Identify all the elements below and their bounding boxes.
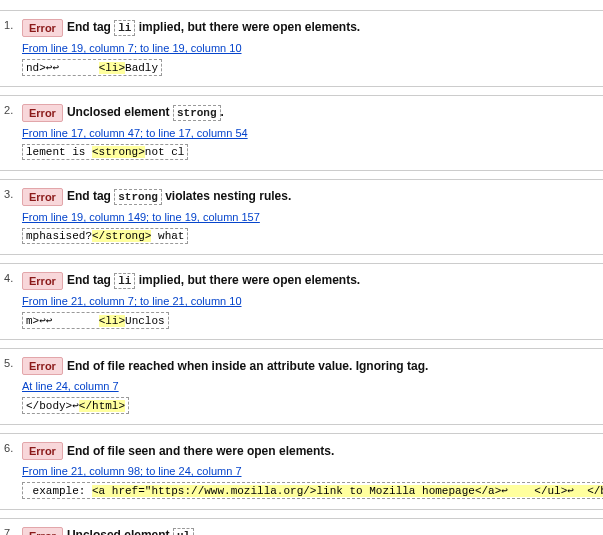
location-link[interactable]: From line 21, column 7; to line 21, colu… <box>22 295 242 307</box>
error-message: Unclosed element strong. <box>67 105 224 121</box>
error-message: End of file seen and there were open ele… <box>67 444 334 458</box>
code-extract: example: <a href="https://www.mozilla.or… <box>22 482 603 499</box>
error-badge: Error <box>22 272 63 290</box>
error-message: End tag li implied, but there were open … <box>67 273 360 289</box>
error-message: End of file reached when inside an attri… <box>67 359 428 373</box>
error-location: From line 21, column 7; to line 21, colu… <box>22 294 595 308</box>
error-item: Error End of file reached when inside an… <box>0 348 603 425</box>
error-header: Error Unclosed element ul. <box>22 527 595 535</box>
error-badge: Error <box>22 188 63 206</box>
error-location: At line 24, column 7 <box>22 379 595 393</box>
location-link[interactable]: From line 21, column 98; to line 24, col… <box>22 465 242 477</box>
code-extract: m>↩↩ <li>Unclos <box>22 312 169 329</box>
error-message: End tag strong violates nesting rules. <box>67 189 291 205</box>
error-badge: Error <box>22 442 63 460</box>
code-extract: nd>↩↩ <li>Badly <box>22 59 162 76</box>
error-item: Error End of file seen and there were op… <box>0 433 603 510</box>
code-token: ul <box>173 528 194 535</box>
code-extract: mphasised?</strong> what <box>22 228 188 244</box>
error-header: Error End tag strong violates nesting ru… <box>22 188 595 206</box>
error-location: From line 19, column 149; to line 19, co… <box>22 210 595 224</box>
location-link[interactable]: At line 24, column 7 <box>22 380 119 392</box>
location-link[interactable]: From line 19, column 7; to line 19, colu… <box>22 42 242 54</box>
error-badge: Error <box>22 527 63 535</box>
error-header: Error End tag li implied, but there were… <box>22 272 595 290</box>
error-item: Error End tag li implied, but there were… <box>0 10 603 87</box>
error-header: Error End of file reached when inside an… <box>22 357 595 375</box>
error-item: Error End tag li implied, but there were… <box>0 263 603 340</box>
error-header: Error Unclosed element strong. <box>22 104 595 122</box>
error-message: End tag li implied, but there were open … <box>67 20 360 36</box>
code-token: strong <box>173 105 221 121</box>
location-link[interactable]: From line 17, column 47; to line 17, col… <box>22 127 248 139</box>
code-token: li <box>114 273 135 289</box>
error-item: Error End tag strong violates nesting ru… <box>0 179 603 255</box>
code-token: li <box>114 20 135 36</box>
code-extract: lement is <strong>not cl <box>22 144 188 160</box>
error-header: Error End tag li implied, but there were… <box>22 19 595 37</box>
error-badge: Error <box>22 19 63 37</box>
error-location: From line 19, column 7; to line 19, colu… <box>22 41 595 55</box>
code-token: strong <box>114 189 162 205</box>
error-badge: Error <box>22 104 63 122</box>
error-badge: Error <box>22 357 63 375</box>
error-header: Error End of file seen and there were op… <box>22 442 595 460</box>
error-item: Error Unclosed element ul. From line 16,… <box>0 518 603 535</box>
location-link[interactable]: From line 19, column 149; to line 19, co… <box>22 211 260 223</box>
error-list: Error End tag li implied, but there were… <box>0 0 603 535</box>
error-location: From line 17, column 47; to line 17, col… <box>22 126 595 140</box>
error-item: Error Unclosed element strong. From line… <box>0 95 603 171</box>
error-message: Unclosed element ul. <box>67 528 198 535</box>
code-extract: </body>↩</html> <box>22 397 129 414</box>
error-location: From line 21, column 98; to line 24, col… <box>22 464 595 478</box>
